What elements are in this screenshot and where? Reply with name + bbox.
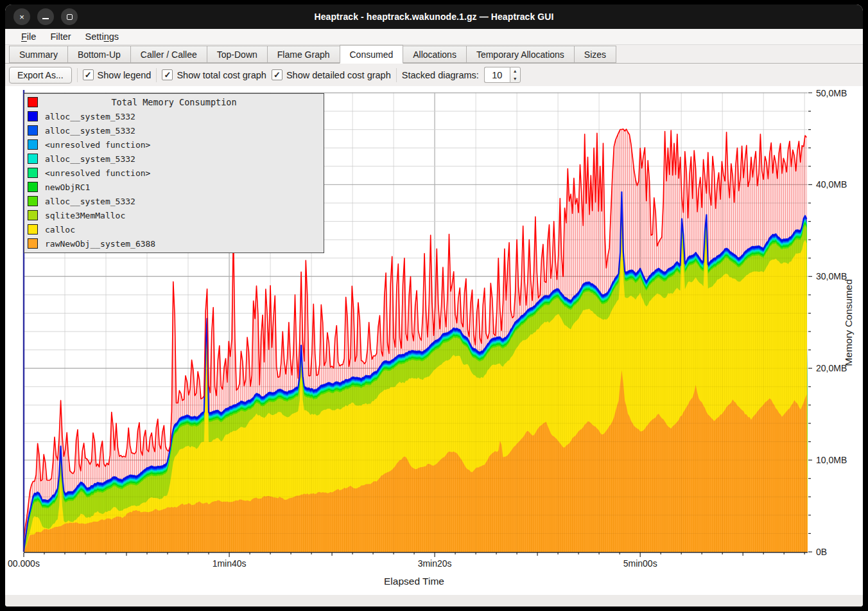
svg-text:20,0MB: 20,0MB [816,363,847,373]
svg-text:10,0MB: 10,0MB [816,455,847,465]
legend-item-label: alloc__system_5332 [45,154,135,164]
legend-item: newObjRC1 [24,180,324,194]
legend-item-label: calloc [45,225,75,235]
stacked-diagrams-value[interactable]: 10 [484,67,510,83]
legend-title-row: Total Memory Consumption [24,95,324,109]
legend-item-label: newObjRC1 [45,182,90,192]
tab-caller-callee[interactable]: Caller / Callee [130,46,207,63]
svg-text:Elapsed Time: Elapsed Time [384,576,444,587]
legend-swatch [28,224,38,235]
legend-swatch [28,196,38,206]
legend-item: alloc__system_5332 [24,152,324,166]
maximize-icon[interactable] [61,8,78,25]
legend-item: calloc [24,222,324,236]
tab-temporary-allocations[interactable]: Temporary Allocations [466,46,574,63]
export-as-button[interactable]: Export As... [9,67,72,84]
svg-text:00.000s: 00.000s [8,558,40,569]
svg-text:0B: 0B [816,547,827,557]
tab-bottom-up[interactable]: Bottom-Up [67,46,130,63]
toolbar: Export As... ✓ Show legend ✓ Show total … [5,64,863,86]
legend-swatch [28,125,38,136]
svg-text:40,0MB: 40,0MB [816,179,847,190]
legend-item: rawNewObj__system_6388 [24,236,324,251]
legend-swatch [28,154,38,164]
chart-legend: Total Memory Consumption alloc__system_5… [24,93,324,253]
toolbar-separator [156,68,157,82]
show-total-cost-checkbox[interactable]: ✓ [162,69,173,80]
show-total-cost-option[interactable]: ✓ Show total cost graph [162,69,266,80]
show-legend-option[interactable]: ✓ Show legend [83,69,152,80]
legend-item: sqlite3MemMalloc [24,208,324,222]
window-title: Heaptrack - heaptrack.wakunode.1.gz — He… [5,12,863,22]
show-detailed-cost-checkbox[interactable]: ✓ [272,69,282,80]
heaptrack-window: × Heaptrack - heaptrack.wakunode.1.gz — … [5,4,863,607]
minimize-icon[interactable] [37,8,54,25]
svg-text:1min40s: 1min40s [213,558,247,569]
legend-swatch-total [28,97,38,107]
tab-flame-graph[interactable]: Flame Graph [267,46,340,63]
stacked-diagrams-spinbox[interactable]: 10 ▲ ▼ [484,67,521,83]
legend-swatch [28,238,38,249]
svg-text:5min00s: 5min00s [623,558,657,569]
legend-item: <unresolved function> [24,137,324,152]
toolbar-separator [396,68,397,82]
show-legend-checkbox[interactable]: ✓ [83,69,94,80]
tab-consumed[interactable]: Consumed [340,45,404,64]
legend-item-label: <unresolved function> [45,140,150,150]
legend-item: alloc__system_5332 [24,123,324,137]
legend-swatch [28,111,38,121]
menu-item-filter[interactable]: Filter [43,30,78,43]
legend-item-label: rawNewObj__system_6388 [45,239,155,249]
tabbar: Summary Bottom-Up Caller / Callee Top-Do… [5,45,863,64]
legend-item-label: alloc__system_5332 [45,112,135,121]
show-legend-label: Show legend [98,70,152,80]
legend-swatch [28,182,38,192]
legend-title: Total Memory Consumption [38,97,324,107]
screen: × Heaptrack - heaptrack.wakunode.1.gz — … [0,0,868,611]
tab-summary[interactable]: Summary [9,46,67,63]
legend-swatch [28,139,38,150]
show-detailed-cost-option[interactable]: ✓ Show detailed cost graph [272,69,391,80]
tab-allocations[interactable]: Allocations [403,46,466,63]
stacked-diagrams-label: Stacked diagrams: [402,70,479,80]
show-detailed-cost-label: Show detailed cost graph [286,70,391,80]
legend-item: alloc__system_5332 [24,109,324,123]
titlebar: × Heaptrack - heaptrack.wakunode.1.gz — … [5,4,863,29]
toolbar-separator [77,68,78,82]
menu-item-settings[interactable]: Settings [78,30,126,43]
svg-text:30,0MB: 30,0MB [816,271,847,281]
legend-swatch [28,168,38,178]
window-bottom-margin [5,595,863,607]
memory-consumption-chart[interactable]: 00.000s1min40s3min20s5min00s0B10,0MB20,0… [5,86,863,595]
legend-item-label: alloc__system_5332 [45,197,135,206]
menu-item-file[interactable]: File [14,30,43,43]
svg-text:50,0MB: 50,0MB [816,88,847,98]
legend-item-label: <unresolved function> [45,168,150,178]
legend-item-label: sqlite3MemMalloc [45,211,125,220]
spin-down-icon[interactable]: ▼ [510,75,520,83]
menubar: FileFilterSettings [5,29,863,45]
legend-item: alloc__system_5332 [24,194,324,208]
legend-item-label: alloc__system_5332 [45,126,135,136]
spin-up-icon[interactable]: ▲ [510,67,520,75]
tab-sizes[interactable]: Sizes [574,46,616,63]
svg-text:3min20s: 3min20s [418,558,452,569]
close-icon[interactable]: × [13,8,30,25]
show-total-cost-label: Show total cost graph [177,70,266,80]
legend-item: <unresolved function> [24,166,324,180]
svg-text:Memory Consumed: Memory Consumed [843,279,854,366]
spin-buttons: ▲ ▼ [510,67,521,83]
tab-top-down[interactable]: Top-Down [207,46,267,63]
legend-swatch [28,210,38,220]
